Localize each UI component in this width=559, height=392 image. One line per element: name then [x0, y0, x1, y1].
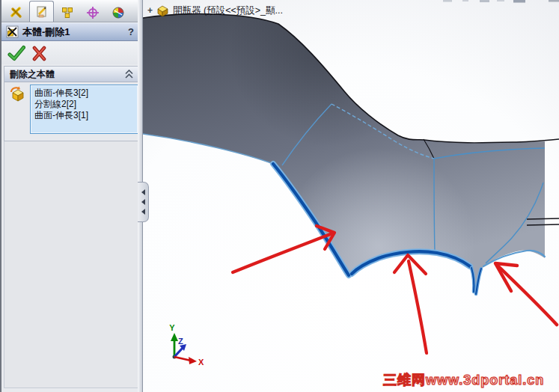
watermark: 三维网www.3dportal.cn [383, 371, 544, 389]
property-manager-panel: 本體-刪除1 ? 刪除之本體 [0, 0, 143, 392]
panel-title: 本體-刪除1 [22, 25, 128, 39]
manager-tab-bar [1, 0, 143, 22]
triad-y-label: Y [169, 323, 175, 332]
tab-dimxpertmanager[interactable] [80, 3, 105, 22]
tab-propertymanager[interactable] [29, 1, 54, 22]
tab-displaymanager[interactable] [106, 3, 130, 22]
panel-splitter-handle[interactable] [138, 182, 149, 222]
displaymanager-icon [112, 6, 125, 19]
ok-cancel-row [1, 41, 143, 64]
tab-configurationmanager[interactable] [55, 3, 79, 22]
group-body: 曲面-伸長3[2] 分割線2[2] 曲面-伸長3[1] [4, 82, 139, 141]
tree-expand-icon[interactable]: + [147, 5, 156, 16]
collapse-left-arrow-icon [141, 199, 145, 205]
collapse-left-arrow-icon [141, 209, 145, 215]
delete-body-icon [6, 25, 19, 38]
collapse-left-arrow-icon [141, 189, 145, 195]
group-header-label: 刪除之本體 [10, 68, 124, 81]
dimxpertmanager-icon [86, 6, 100, 19]
cancel-x-icon[interactable] [32, 45, 47, 61]
tab-featuremanager[interactable] [4, 3, 28, 22]
featuremanager-tree-icon [10, 6, 23, 19]
graphics-viewport[interactable]: Y Z X [143, 0, 559, 392]
list-item[interactable]: 曲面-伸長3[1] [34, 110, 134, 121]
list-item[interactable]: 分割線2[2] [34, 99, 134, 110]
solid-bodies-icon [9, 86, 26, 102]
configurationmanager-icon [61, 6, 74, 19]
help-button[interactable]: ? [128, 26, 138, 37]
delete-bodies-group: 刪除之本體 曲面-伸長3[2] 分割線2[2] 曲面-伸長3[1] [4, 66, 140, 141]
list-item[interactable]: 曲面-伸長3[2] [34, 88, 134, 99]
group-header[interactable]: 刪除之本體 [4, 67, 139, 82]
triad-z-label: Z [178, 337, 183, 346]
bodies-to-delete-listbox[interactable]: 曲面-伸長3[2] 分割線2[2] 曲面-伸長3[1] [30, 85, 138, 134]
propertymanager-title-bar: 本體-刪除1 ? [1, 22, 143, 41]
ok-check-icon[interactable] [7, 45, 25, 61]
triad-x-label: X [198, 358, 204, 367]
panel-empty-area [4, 141, 140, 388]
part-document-icon [156, 4, 169, 17]
propertymanager-icon [35, 5, 49, 19]
part-name-label[interactable]: 開瓶器 (預設<<預設>_顯... [173, 4, 283, 17]
flyout-feature-tree[interactable]: + 開瓶器 (預設<<預設>_顯... [147, 4, 283, 17]
collapse-chevron-icon[interactable] [124, 70, 134, 79]
